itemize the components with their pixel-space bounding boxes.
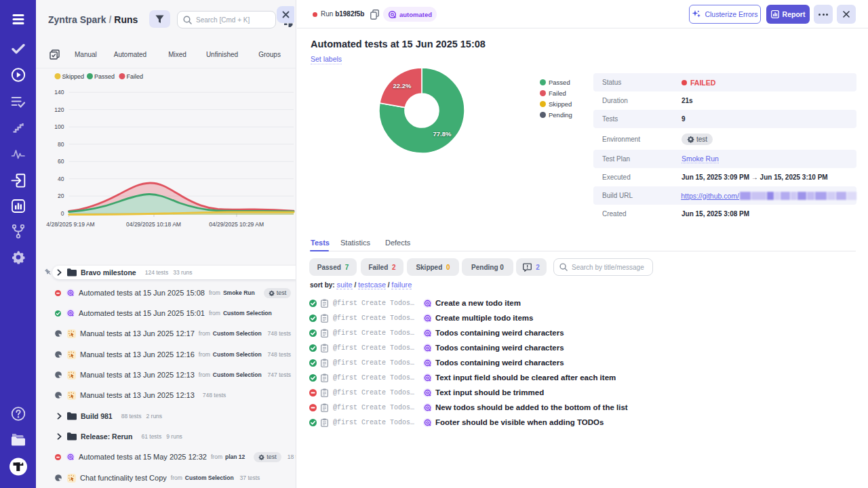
svg-text:4/28/2025 9:19 AM: 4/28/2025 9:19 AM (46, 221, 94, 228)
svg-text:Passed: Passed (94, 73, 115, 80)
svg-text:80: 80 (58, 141, 64, 148)
svg-text:Skipped: Skipped (62, 73, 85, 80)
svg-text:0: 0 (61, 210, 64, 217)
svg-text:04/29/2025 10:18 AM: 04/29/2025 10:18 AM (126, 221, 181, 228)
svg-text:04/29/2025 10:29 AM: 04/29/2025 10:29 AM (209, 221, 264, 228)
svg-text:Failed: Failed (127, 73, 144, 80)
svg-text:100: 100 (54, 123, 64, 130)
svg-text:140: 140 (54, 89, 64, 96)
svg-text:120: 120 (54, 106, 64, 113)
svg-text:20: 20 (58, 192, 64, 199)
svg-text:22.2%: 22.2% (393, 82, 412, 89)
svg-text:60: 60 (58, 158, 64, 165)
svg-text:40: 40 (58, 176, 64, 182)
svg-text:77.8%: 77.8% (433, 130, 452, 138)
